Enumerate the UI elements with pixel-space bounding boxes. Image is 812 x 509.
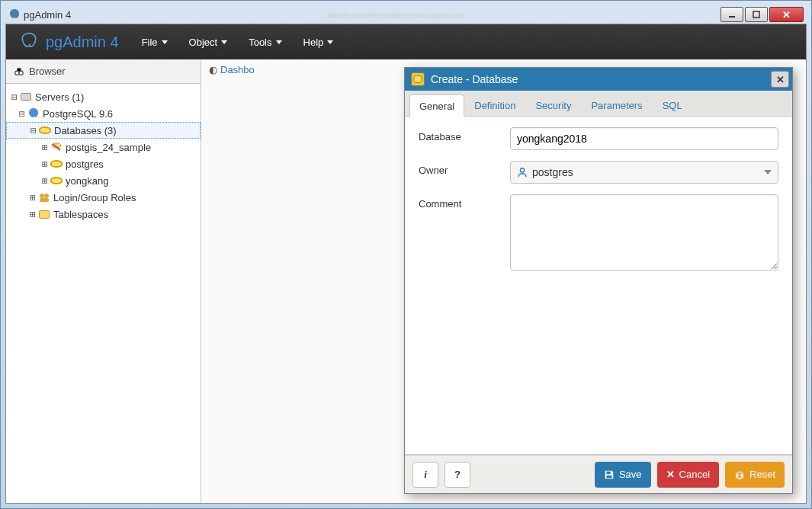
expand-icon[interactable]: ⊞ bbox=[40, 142, 50, 153]
svg-rect-0 bbox=[729, 16, 735, 18]
os-close-button[interactable]: ✕ bbox=[769, 7, 804, 22]
minimize-button[interactable] bbox=[721, 7, 743, 22]
blurred-background-text: — — — — — — — — — — — bbox=[71, 9, 721, 21]
recycle-icon bbox=[734, 469, 745, 480]
info-icon: i bbox=[424, 469, 427, 481]
os-window-title: pgAdmin 4 bbox=[24, 9, 71, 21]
window-controls: ✕ bbox=[721, 7, 804, 22]
tab-security[interactable]: Security bbox=[525, 94, 581, 116]
dialog-body: Database Owner bbox=[405, 117, 792, 455]
caret-icon bbox=[276, 40, 282, 44]
browser-sidebar: Browser ⊟ Servers (1) ⊟ PostgreSQL 9.6 ⊟ bbox=[6, 59, 201, 503]
reset-button[interactable]: Reset bbox=[725, 462, 785, 488]
collapse-icon[interactable]: ⊟ bbox=[17, 108, 27, 120]
expand-icon[interactable]: ⊞ bbox=[27, 192, 38, 203]
dialog-title: Create - Database bbox=[431, 73, 518, 85]
svg-rect-8 bbox=[40, 198, 49, 202]
database-icon bbox=[50, 174, 63, 187]
svg-point-6 bbox=[40, 194, 44, 198]
collapse-icon[interactable]: ⊟ bbox=[28, 125, 39, 136]
elephant-icon bbox=[27, 107, 40, 120]
help-icon: ? bbox=[454, 469, 461, 480]
tab-label: Definition bbox=[474, 100, 515, 111]
dashboard-tab-label: Dashbo bbox=[220, 64, 255, 75]
cancel-button[interactable]: ✕ Cancel bbox=[657, 462, 719, 488]
cancel-label: Cancel bbox=[679, 469, 710, 480]
menu-help[interactable]: Help bbox=[293, 24, 345, 59]
caret-icon bbox=[327, 40, 333, 44]
collapse-icon[interactable]: ⊟ bbox=[9, 91, 20, 103]
tree-tablespaces[interactable]: ⊞ Tablespaces bbox=[6, 206, 201, 222]
dashboard-tab[interactable]: ◐Dashbo bbox=[209, 64, 255, 75]
main-menu-bar: pgAdmin 4 File Object Tools Help bbox=[6, 24, 806, 59]
menu-file[interactable]: File bbox=[131, 24, 178, 59]
tree-db-postgis[interactable]: ⊞ postgis_24_sample bbox=[6, 139, 201, 155]
roles-icon bbox=[38, 191, 50, 203]
database-icon bbox=[50, 158, 63, 170]
menu-tools[interactable]: Tools bbox=[238, 24, 292, 59]
object-tree: ⊟ Servers (1) ⊟ PostgreSQL 9.6 ⊟ Databas… bbox=[6, 84, 201, 227]
tab-sql[interactable]: SQL bbox=[653, 94, 692, 116]
tab-label: General bbox=[419, 101, 454, 112]
caret-icon bbox=[162, 40, 168, 44]
maximize-button[interactable] bbox=[745, 7, 768, 22]
main-panel: ◐Dashbo ect. Create - Database ✕ bbox=[201, 59, 806, 503]
svg-rect-1 bbox=[753, 11, 759, 18]
menu-help-label: Help bbox=[303, 37, 324, 48]
tab-label: Parameters bbox=[591, 100, 642, 111]
expand-icon[interactable]: ⊞ bbox=[27, 209, 38, 220]
folder-icon bbox=[38, 208, 50, 220]
menu-tools-label: Tools bbox=[249, 37, 271, 48]
tab-parameters[interactable]: Parameters bbox=[581, 94, 652, 116]
tree-label: postgis_24_sample bbox=[66, 142, 151, 153]
create-database-dialog: Create - Database ✕ General Definition S… bbox=[404, 67, 793, 494]
server-group-icon bbox=[20, 91, 32, 103]
app-icon bbox=[8, 8, 21, 21]
owner-select[interactable]: postgres bbox=[510, 161, 778, 184]
os-titlebar: pgAdmin 4 — — — — — — — — — — — ✕ bbox=[5, 5, 807, 24]
menu-object[interactable]: Object bbox=[178, 24, 239, 59]
tree-db-yongkang[interactable]: ⊞ yongkang bbox=[6, 172, 201, 189]
tab-label: SQL bbox=[663, 100, 682, 111]
menu-object-label: Object bbox=[189, 37, 218, 48]
svg-rect-12 bbox=[606, 475, 611, 478]
close-icon: ✕ bbox=[666, 469, 675, 480]
dialog-footer: i ? Save ✕ Cancel bbox=[405, 455, 792, 493]
tree-label: Databases (3) bbox=[54, 125, 117, 136]
os-window: pgAdmin 4 — — — — — — — — — — — ✕ pgAdmi… bbox=[0, 0, 812, 509]
tab-definition[interactable]: Definition bbox=[464, 94, 525, 116]
svg-point-7 bbox=[44, 194, 49, 198]
tree-label: Login/Group Roles bbox=[53, 192, 136, 203]
body-split: Browser ⊟ Servers (1) ⊟ PostgreSQL 9.6 ⊟ bbox=[6, 59, 806, 503]
database-name-input[interactable] bbox=[510, 127, 778, 150]
tab-general[interactable]: General bbox=[409, 94, 464, 117]
expand-icon[interactable]: ⊞ bbox=[40, 175, 50, 187]
dialog-frame: Create - Database ✕ General Definition S… bbox=[404, 67, 793, 494]
form-row-database: Database bbox=[419, 127, 778, 150]
tab-label: Security bbox=[535, 100, 571, 111]
brand-area: pgAdmin 4 bbox=[6, 31, 131, 53]
browser-title: Browser bbox=[29, 66, 66, 77]
svg-rect-11 bbox=[606, 471, 610, 474]
caret-icon bbox=[221, 40, 227, 44]
tree-label: Tablespaces bbox=[53, 209, 108, 220]
help-button[interactable]: ? bbox=[445, 462, 470, 488]
form-row-comment: Comment bbox=[419, 194, 778, 273]
tree-databases[interactable]: ⊟ Databases (3) bbox=[6, 122, 201, 139]
dialog-titlebar[interactable]: Create - Database ✕ bbox=[405, 68, 792, 91]
user-icon bbox=[517, 167, 528, 178]
expand-icon[interactable]: ⊞ bbox=[40, 158, 50, 170]
info-button[interactable]: i bbox=[412, 462, 438, 488]
save-button[interactable]: Save bbox=[595, 462, 651, 488]
tree-label: Servers (1) bbox=[35, 91, 84, 103]
tree-servers[interactable]: ⊟ Servers (1) bbox=[6, 88, 201, 105]
binoculars-icon bbox=[14, 66, 24, 77]
comment-textarea[interactable] bbox=[510, 194, 778, 271]
svg-point-3 bbox=[19, 71, 23, 75]
tree-postgresql[interactable]: ⊟ PostgreSQL 9.6 bbox=[6, 105, 201, 122]
reset-label: Reset bbox=[749, 469, 775, 480]
tree-db-postgres[interactable]: ⊞ postgres bbox=[6, 155, 201, 172]
database-icon bbox=[411, 72, 425, 86]
tree-roles[interactable]: ⊞ Login/Group Roles bbox=[6, 189, 201, 206]
dialog-close-button[interactable]: ✕ bbox=[771, 71, 789, 88]
